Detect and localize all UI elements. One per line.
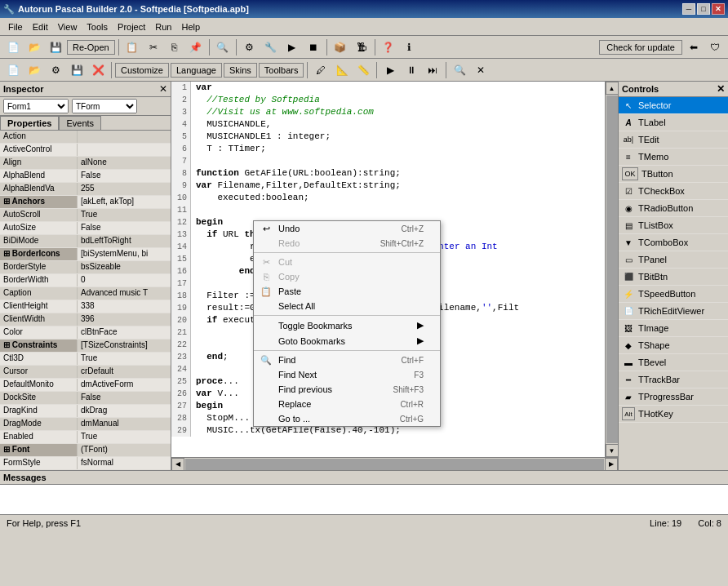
prop-value[interactable]: [akLeft, akTop]: [78, 196, 171, 208]
scroll-down-button[interactable]: ▼: [606, 444, 619, 457]
prop-value[interactable]: bsSizeable: [78, 261, 171, 273]
tb2-btn-2[interactable]: 📂: [24, 61, 44, 79]
tb-btn-4[interactable]: 📌: [186, 38, 206, 56]
reopen-button[interactable]: Re-Open: [67, 40, 115, 55]
control-tedit[interactable]: ab| TEdit: [619, 131, 728, 149]
tb-btn-7[interactable]: 🔧: [261, 38, 281, 56]
prop-value[interactable]: crDefault: [78, 366, 171, 378]
control-tbitbtn[interactable]: ⬛ TBitBtn: [619, 269, 728, 286]
tb2-btn-10[interactable]: ⏸: [402, 61, 421, 79]
prop-value[interactable]: Advanced music T: [78, 287, 171, 300]
tab-events[interactable]: Events: [59, 116, 101, 130]
prop-value[interactable]: [biSystemMenu, bi: [78, 248, 171, 260]
controls-close-button[interactable]: ✕: [717, 83, 725, 95]
prop-value[interactable]: True: [78, 209, 171, 221]
control-tradiobutton[interactable]: ◉ TRadioButton: [619, 200, 728, 217]
tb-btn-11[interactable]: 🗜: [352, 38, 371, 56]
tb-btn-12[interactable]: ❓: [379, 38, 398, 56]
control-tpanel[interactable]: ▭ TPanel: [619, 251, 728, 269]
minimize-button[interactable]: ─: [682, 3, 695, 15]
prop-value[interactable]: dmActiveForm: [78, 379, 171, 391]
tb-btn-13[interactable]: ℹ: [400, 38, 419, 56]
inspector-close-button[interactable]: ✕: [159, 83, 167, 95]
tb-btn-14[interactable]: ⬅: [684, 38, 704, 56]
form-type-select[interactable]: TForm: [72, 99, 137, 113]
prop-value[interactable]: [TSizeConstraints]: [78, 340, 171, 352]
prop-value[interactable]: 396: [78, 313, 171, 326]
toolbars-button[interactable]: Toolbars: [259, 63, 304, 78]
prop-value[interactable]: alNone: [78, 157, 171, 169]
control-tcheckbox[interactable]: ☑ TCheckBox: [619, 183, 728, 200]
ctx-cut[interactable]: ✂ Cut: [254, 255, 440, 269]
tb-btn-9[interactable]: ⏹: [304, 38, 323, 56]
save-button[interactable]: 💾: [46, 38, 65, 56]
tb-btn-5[interactable]: 🔍: [213, 38, 233, 56]
form-name-select[interactable]: Form1: [3, 99, 69, 113]
control-thotkey[interactable]: Alt THotKey: [619, 406, 728, 423]
tb2-btn-close[interactable]: ✕: [471, 61, 491, 79]
ctx-redo[interactable]: Redo Shift+Ctrl+Z: [254, 236, 440, 251]
tb2-btn-11[interactable]: ⏭: [423, 61, 442, 79]
tb2-btn-7[interactable]: 📐: [332, 61, 352, 79]
messages-content[interactable]: [0, 485, 728, 514]
control-tspeedbutton[interactable]: ⚡ TSpeedButton: [619, 286, 728, 303]
scroll-right-button[interactable]: ▶: [605, 458, 618, 471]
tb2-btn-8[interactable]: 📏: [353, 61, 373, 79]
control-tprogressbar[interactable]: ▰ TProgressBar: [619, 388, 728, 406]
tab-properties[interactable]: Properties: [0, 116, 59, 130]
ctx-find[interactable]: 🔍 Find Ctrl+F: [254, 353, 440, 367]
hscroll-thumb[interactable]: [185, 459, 604, 470]
ctx-toggle-bookmarks[interactable]: Toggle Bookmarks ▶: [254, 317, 440, 333]
tb-btn-2[interactable]: ✂: [144, 38, 163, 56]
prop-value[interactable]: False: [78, 222, 171, 234]
menu-help[interactable]: Help: [176, 20, 205, 33]
control-tricheditviewer[interactable]: 📄 TRichEditViewer: [619, 303, 728, 320]
open-button[interactable]: 📂: [24, 38, 44, 56]
tb-btn-10[interactable]: 📦: [331, 38, 350, 56]
ctx-goto[interactable]: Go to ... Ctrl+G: [254, 411, 440, 426]
prop-value[interactable]: dmManual: [78, 418, 171, 430]
scroll-left-button[interactable]: ◀: [171, 458, 184, 471]
prop-value[interactable]: False: [78, 170, 171, 182]
ctx-copy[interactable]: ⎘ Copy: [254, 269, 440, 284]
control-tlabel[interactable]: A TLabel: [619, 114, 728, 131]
menu-project[interactable]: Project: [113, 20, 150, 33]
scroll-up-button[interactable]: ▲: [606, 82, 619, 95]
tb2-btn-9[interactable]: ▶: [380, 61, 400, 79]
ctx-select-all[interactable]: Select All: [254, 299, 440, 313]
control-tcombobox[interactable]: ▼ TComboBox: [619, 234, 728, 251]
control-tlistbox[interactable]: ▤ TListBox: [619, 217, 728, 234]
prop-value[interactable]: dkDrag: [78, 405, 171, 417]
scroll-thumb[interactable]: [606, 95, 618, 443]
title-bar-controls[interactable]: ─ □ ✕: [682, 3, 725, 15]
editor-hscroll[interactable]: ◀ ▶: [171, 457, 618, 470]
menu-view[interactable]: View: [53, 20, 82, 33]
tb2-btn-5[interactable]: ❌: [88, 61, 108, 79]
prop-value[interactable]: 338: [78, 300, 171, 313]
skins-button[interactable]: Skins: [224, 63, 257, 78]
prop-value[interactable]: [78, 131, 171, 143]
menu-tools[interactable]: Tools: [82, 20, 113, 33]
control-tshape[interactable]: ◆ TShape: [619, 337, 728, 354]
menu-edit[interactable]: Edit: [28, 20, 53, 33]
tb-btn-8[interactable]: ▶: [282, 38, 302, 56]
tb-btn-1[interactable]: 📋: [122, 38, 142, 56]
prop-value[interactable]: True: [78, 431, 171, 443]
check-update-button[interactable]: Check for update: [599, 40, 682, 55]
tb2-btn-12[interactable]: 🔍: [450, 61, 469, 79]
control-tmemo[interactable]: ≡ TMemo: [619, 149, 728, 166]
control-timage[interactable]: 🖼 TImage: [619, 320, 728, 337]
prop-value[interactable]: 0: [78, 274, 171, 286]
ctx-find-next[interactable]: Find Next F3: [254, 367, 440, 382]
new-button[interactable]: 📄: [3, 38, 23, 56]
control-tbutton[interactable]: OK TButton: [619, 166, 728, 183]
tb2-btn-6[interactable]: 🖊: [311, 61, 331, 79]
control-selector[interactable]: ↖ Selector: [619, 97, 728, 114]
editor-vscroll[interactable]: ▲ ▼: [605, 82, 618, 457]
control-tbevel[interactable]: ▬ TBevel: [619, 354, 728, 371]
prop-value[interactable]: True: [78, 353, 171, 365]
prop-value[interactable]: clBtnFace: [78, 326, 171, 339]
tb-btn-6[interactable]: ⚙: [240, 38, 260, 56]
close-button[interactable]: ✕: [712, 3, 725, 15]
customize-button[interactable]: Customize: [115, 63, 169, 78]
